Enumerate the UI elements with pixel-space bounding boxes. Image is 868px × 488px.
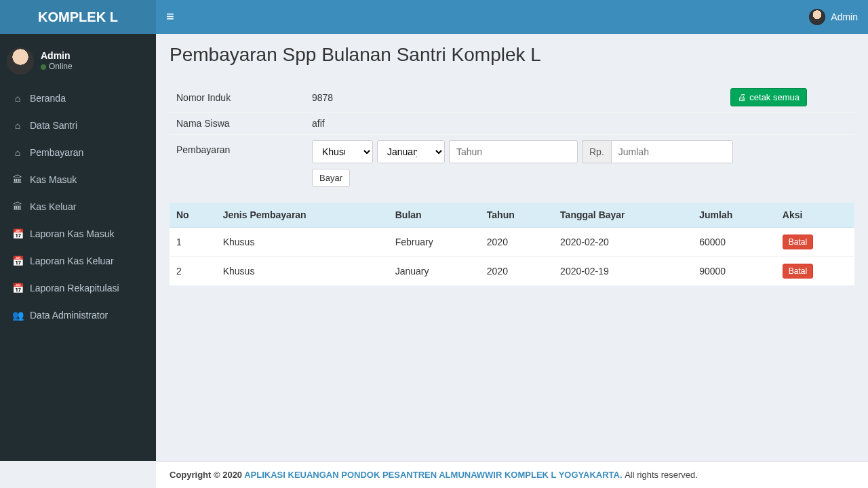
rp-addon: Rp. bbox=[582, 140, 611, 163]
menu-icon: 📅 bbox=[12, 283, 23, 293]
sidebar-item-5[interactable]: 📅 Laporan Kas Masuk bbox=[0, 220, 156, 247]
sidebar-item-label: Laporan Rekapitulasi bbox=[30, 283, 119, 293]
sidebar-item-label: Laporan Kas Masuk bbox=[30, 228, 115, 239]
tahun-input[interactable] bbox=[449, 140, 578, 163]
table-header: No bbox=[170, 203, 216, 228]
sidebar-item-2[interactable]: ⌂ Pembayaran bbox=[0, 139, 156, 166]
hamburger-icon bbox=[166, 9, 177, 24]
table-row: 1 Khusus February 2020 2020-02-20 60000 … bbox=[170, 228, 854, 257]
header-username: Admin bbox=[831, 12, 858, 22]
sidebar-item-0[interactable]: ⌂ Beranda bbox=[0, 85, 156, 112]
avatar bbox=[7, 47, 34, 75]
print-icon: 🖨 bbox=[738, 92, 747, 102]
cetak-semua-button[interactable]: 🖨 cetak semua bbox=[730, 88, 807, 106]
label-nama-siswa: Nama Siswa bbox=[170, 113, 305, 135]
menu-icon: 👥 bbox=[12, 310, 23, 321]
footer: Copyright © 2020 APLIKASI KEUANGAN PONDO… bbox=[156, 461, 868, 488]
menu-icon: 🏛 bbox=[12, 174, 23, 185]
label-pembayaran: Pembayaran bbox=[170, 135, 305, 193]
value-nama-siswa: afif bbox=[305, 113, 854, 135]
jenis-select[interactable]: Khusus bbox=[312, 140, 373, 163]
batal-button[interactable]: Batal bbox=[783, 235, 813, 249]
sidebar-item-4[interactable]: 🏛 Kas Keluar bbox=[0, 193, 156, 220]
status-dot-icon bbox=[41, 64, 46, 70]
bulan-select[interactable]: January bbox=[377, 140, 445, 163]
value-nomor-induk: 9878 bbox=[305, 83, 692, 113]
user-menu[interactable]: Admin bbox=[809, 9, 858, 25]
menu-icon: 📅 bbox=[12, 256, 23, 266]
table-header: Bulan bbox=[389, 203, 480, 228]
page-title: Pembayaran Spp Bulanan Santri Komplek L bbox=[170, 44, 854, 66]
table-header: Aksi bbox=[776, 203, 854, 228]
menu-icon: 🏛 bbox=[12, 201, 23, 212]
menu-icon: ⌂ bbox=[12, 120, 23, 131]
menu-icon: ⌂ bbox=[12, 147, 23, 158]
sidebar-item-3[interactable]: 🏛 Kas Masuk bbox=[0, 166, 156, 193]
table-header: Jumlah bbox=[692, 203, 776, 228]
menu-icon: ⌂ bbox=[12, 93, 23, 104]
sidebar-item-label: Data Santri bbox=[30, 120, 77, 131]
label-nomor-induk: Nomor Induk bbox=[170, 83, 305, 113]
batal-button[interactable]: Batal bbox=[783, 264, 813, 279]
sidebar-item-label: Pembayaran bbox=[30, 147, 83, 158]
menu-icon: 📅 bbox=[12, 228, 23, 239]
bayar-button[interactable]: Bayar bbox=[312, 169, 350, 187]
user-panel: Admin Online bbox=[0, 41, 156, 85]
sidebar-item-label: Kas Masuk bbox=[30, 174, 77, 185]
sidebar-toggle[interactable] bbox=[166, 9, 177, 24]
sidebar-item-1[interactable]: ⌂ Data Santri bbox=[0, 112, 156, 139]
user-status: Online bbox=[41, 62, 73, 73]
sidebar-item-label: Beranda bbox=[30, 93, 66, 104]
sidebar-item-label: Laporan Kas Keluar bbox=[30, 256, 114, 266]
brand-logo[interactable]: KOMPLEK L bbox=[0, 0, 156, 34]
sidebar-item-label: Data Administrator bbox=[30, 310, 108, 321]
avatar-icon bbox=[809, 9, 825, 25]
footer-link[interactable]: APLIKASI KEUANGAN PONDOK PESANTREN ALMUN… bbox=[244, 470, 622, 480]
sidebar-item-6[interactable]: 📅 Laporan Kas Keluar bbox=[0, 247, 156, 274]
jumlah-input[interactable] bbox=[611, 140, 733, 163]
table-header: Jenis Pembayaran bbox=[216, 203, 389, 228]
sidebar-item-8[interactable]: 👥 Data Administrator bbox=[0, 302, 156, 329]
sidebar-item-7[interactable]: 📅 Laporan Rekapitulasi bbox=[0, 274, 156, 302]
table-row: 2 Khusus January 2020 2020-02-19 90000 B… bbox=[170, 257, 854, 286]
table-header: Tanggal Bayar bbox=[553, 203, 692, 228]
sidebar-username: Admin bbox=[41, 49, 73, 62]
table-header: Tahun bbox=[480, 203, 553, 228]
sidebar-item-label: Kas Keluar bbox=[30, 201, 76, 212]
